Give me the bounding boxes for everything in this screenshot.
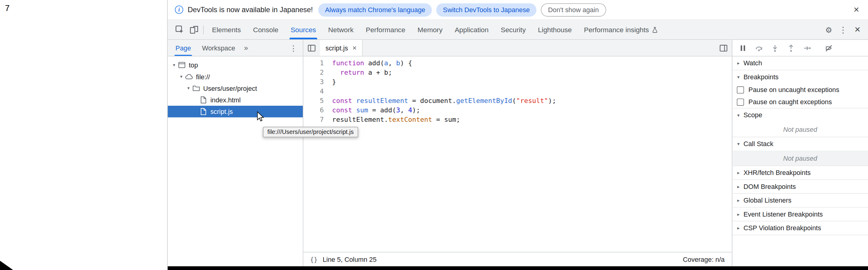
code-line[interactable]: 2 return a + b; <box>303 68 732 78</box>
checkbox-pause-on-uncaught-exceptions[interactable]: Pause on uncaught exceptions <box>732 84 868 96</box>
line-number[interactable]: 4 <box>303 87 332 96</box>
code-token: = document. <box>408 97 456 105</box>
dont-show-again-button[interactable]: Don't show again <box>541 3 606 17</box>
section-header-breakpoints[interactable]: ▾Breakpoints <box>732 70 868 84</box>
expand-arrow-icon[interactable]: ▾ <box>171 63 177 67</box>
code-token: b <box>396 59 400 67</box>
always-match-language-button[interactable]: Always match Chrome's language <box>318 3 432 17</box>
editor-tab-script-js[interactable]: script.js × <box>320 40 363 56</box>
device-toolbar-icon[interactable] <box>186 20 201 39</box>
section-header-global-listeners[interactable]: ▸Global Listeners <box>732 194 868 207</box>
switch-to-japanese-button[interactable]: Switch DevTools to Japanese <box>436 3 536 17</box>
tab-page[interactable]: Page <box>170 40 197 56</box>
code-line[interactable]: 4 <box>303 87 732 96</box>
line-number[interactable]: 6 <box>303 106 332 115</box>
tab-application[interactable]: Application <box>448 20 495 39</box>
tree-item-script-js[interactable]: script.js <box>168 106 303 117</box>
tab-console[interactable]: Console <box>247 20 285 39</box>
expand-arrow-icon[interactable]: ▾ <box>186 86 192 91</box>
tab-performance-insights[interactable]: Performance insights <box>578 20 664 39</box>
step-out-icon[interactable] <box>787 44 795 52</box>
file-js-icon <box>199 108 208 116</box>
line-number[interactable]: 2 <box>303 68 332 78</box>
code-text: resultElement.textContent = sum; <box>332 115 460 124</box>
pretty-print-icon[interactable]: {} <box>310 256 318 263</box>
code-token: ); <box>548 97 556 105</box>
checkbox-box[interactable] <box>737 98 744 106</box>
tab-label: Performance <box>366 26 405 34</box>
tab-elements[interactable]: Elements <box>206 20 247 39</box>
tab-lighthouse[interactable]: Lighthouse <box>532 20 578 39</box>
section-title: Call Stack <box>743 140 773 148</box>
line-number[interactable]: 1 <box>303 59 332 68</box>
code-line[interactable]: 6const sum = add(3, 4); <box>303 106 732 115</box>
expand-arrow-icon[interactable]: ▾ <box>178 74 184 79</box>
chevron-down-icon: ▾ <box>735 74 742 80</box>
tab-workspace[interactable]: Workspace <box>196 40 241 56</box>
tab-label: Elements <box>212 26 241 34</box>
tab-label: Network <box>328 26 354 34</box>
tab-security[interactable]: Security <box>495 20 532 39</box>
navigator-menu-icon[interactable]: ⋮ <box>286 40 300 56</box>
chevron-down-icon: ▾ <box>735 141 742 147</box>
more-tabs-icon[interactable]: » <box>241 40 251 56</box>
bottom-strip <box>168 266 868 270</box>
close-tab-icon[interactable]: × <box>352 44 356 52</box>
section-title: Breakpoints <box>743 73 779 81</box>
settings-gear-icon[interactable]: ⚙ <box>822 25 836 34</box>
tree-item-users-user-project[interactable]: ▾Users/user/project <box>168 83 303 94</box>
code-editor[interactable]: 1function add(a, b) {2 return a + b;3}45… <box>303 57 732 252</box>
step-over-icon[interactable] <box>755 44 763 52</box>
section-header-watch[interactable]: ▸Watch <box>732 57 868 70</box>
code-token: "result" <box>516 97 548 105</box>
toggle-navigator-icon[interactable] <box>303 40 320 56</box>
toggle-debugger-sidebar-icon[interactable] <box>715 40 732 56</box>
section-header-call-stack[interactable]: ▾Call Stack <box>732 137 868 151</box>
browser-page: 7 <box>0 0 167 270</box>
experiment-icon <box>652 26 658 33</box>
file-html-icon <box>199 96 208 104</box>
code-token: textContent <box>388 116 432 124</box>
section-header-csp-violation-breakpoints[interactable]: ▸CSP Violation Breakpoints <box>732 221 868 235</box>
section-event-listener-breakpoints: ▸Event Listener Breakpoints <box>732 208 868 222</box>
chevron-right-icon: ▸ <box>735 226 742 231</box>
deactivate-breakpoints-icon[interactable] <box>825 44 833 52</box>
tab-label: Security <box>501 26 526 34</box>
checkbox-box[interactable] <box>737 86 744 93</box>
more-options-icon[interactable]: ⋮ <box>836 25 850 35</box>
tree-item-top[interactable]: ▾top <box>168 59 303 71</box>
section-header-xhr-fetch-breakpoints[interactable]: ▸XHR/fetch Breakpoints <box>732 166 868 179</box>
section-header-event-listener-breakpoints[interactable]: ▸Event Listener Breakpoints <box>732 208 868 221</box>
code-token: return <box>340 69 364 77</box>
line-number[interactable]: 5 <box>303 96 332 106</box>
line-number[interactable]: 3 <box>303 78 332 87</box>
toolbar-divider <box>203 25 204 34</box>
tree-item-label: top <box>189 61 198 69</box>
code-line[interactable]: 7resultElement.textContent = sum; <box>303 115 732 124</box>
inspect-icon[interactable] <box>172 20 186 39</box>
code-line[interactable]: 5const resultElement = document.getEleme… <box>303 96 732 106</box>
section-title: Global Listeners <box>743 197 792 204</box>
tab-sources[interactable]: Sources <box>285 20 322 39</box>
tab-memory[interactable]: Memory <box>411 20 448 39</box>
tree-item-file[interactable]: ▾file:// <box>168 71 303 82</box>
section-header-dom-breakpoints[interactable]: ▸DOM Breakpoints <box>732 180 868 193</box>
tab-performance[interactable]: Performance <box>360 20 411 39</box>
section-header-scope[interactable]: ▾Scope <box>732 109 868 122</box>
line-number[interactable]: 7 <box>303 115 332 124</box>
tree-item-index-html[interactable]: index.html <box>168 94 303 106</box>
code-token: getElementById <box>456 97 512 105</box>
code-line[interactable]: 3} <box>303 78 732 87</box>
tab-network[interactable]: Network <box>322 20 360 39</box>
step-into-icon[interactable] <box>771 44 779 52</box>
frame-icon <box>178 61 186 69</box>
checkbox-label: Pause on caught exceptions <box>748 98 832 106</box>
infobar-close-icon[interactable]: × <box>851 5 861 14</box>
step-icon[interactable] <box>803 44 811 52</box>
debugger-toolbar <box>732 40 868 57</box>
close-devtools-icon[interactable]: × <box>850 24 865 35</box>
pause-icon[interactable] <box>739 44 747 52</box>
checkbox-pause-on-caught-exceptions[interactable]: Pause on caught exceptions <box>732 96 868 108</box>
code-line[interactable]: 1function add(a, b) { <box>303 59 732 68</box>
infobar-message: DevTools is now available in Japanese! <box>188 5 313 14</box>
